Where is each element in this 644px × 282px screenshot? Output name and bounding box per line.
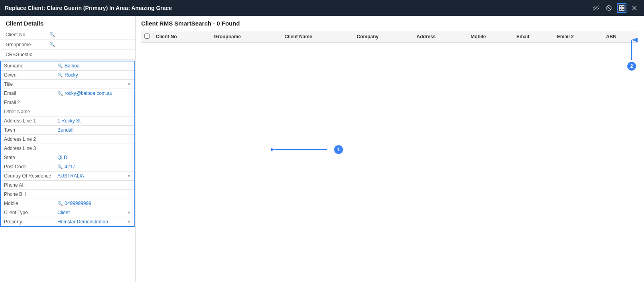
property-label: Property (0, 217, 54, 227)
email2-label: Email 2 (0, 98, 54, 107)
chevron-down-icon[interactable]: ▼ (127, 82, 131, 87)
phone-ah-label: Phone AH (0, 181, 54, 190)
phone-bh-row: Phone BH (0, 190, 135, 199)
search-icon: 🔍 (57, 73, 63, 78)
phone-ah-row: Phone AH (0, 181, 135, 190)
given-label: Given (0, 71, 54, 80)
mobile-row: Mobile 🔍 0499999999 (0, 199, 135, 208)
town-row: Town Bundall (0, 126, 135, 135)
post-code-value[interactable]: 4217 (65, 164, 75, 170)
client-no-label: Client No (0, 30, 44, 40)
groupname-row: Groupname 🔍 (0, 40, 135, 50)
country-label: Country Of Residence (0, 172, 54, 181)
chevron-down-icon[interactable]: ▼ (127, 174, 131, 178)
address-line1-row: Address Line 1 1 Rocky St (0, 116, 135, 126)
left-arrow-svg (271, 144, 331, 156)
surname-value[interactable]: Balboa (65, 63, 79, 69)
address-line1-value[interactable]: 1 Rocky St (57, 118, 81, 124)
phone-bh-label: Phone BH (0, 190, 54, 199)
title-row: Title ▼ (0, 80, 135, 89)
header-email: Email (513, 31, 554, 43)
header-groupname: Groupname (211, 31, 282, 43)
email2-row: Email 2 (0, 98, 135, 107)
search-results-title: Client RMS SmartSearch - 0 Found (141, 20, 638, 27)
client-type-value[interactable]: Client (57, 210, 70, 215)
property-row: Property Homstar Demonstration ▼ (0, 217, 135, 227)
email-value[interactable]: rocky@balboa.com.au (65, 91, 112, 96)
annotation-badge-2: 2 (627, 62, 636, 71)
crs-guest-id-row: CRSGuestId (0, 50, 135, 60)
search-icon: 🔍 (49, 32, 55, 37)
email-label: Email (0, 89, 54, 98)
address-line2-row: Address Line 2 (0, 135, 135, 144)
main-area: Client Details Client No 🔍 Groupname 🔍 C… (0, 16, 644, 282)
search-icon: 🔍 (57, 91, 63, 96)
property-value[interactable]: Homstar Demonstration (57, 219, 108, 225)
header-mobile: Mobile (467, 31, 513, 43)
header-company: Company (354, 31, 414, 43)
mobile-label: Mobile (0, 199, 54, 208)
header-address: Address (414, 31, 468, 43)
arrow-annotation-2: 2 (626, 38, 638, 71)
svg-rect-3 (619, 8, 621, 10)
other-name-label: Other Name (0, 107, 54, 116)
annotation-badge-1: 1 (334, 145, 343, 154)
arrow-annotation-1: 1 (271, 144, 331, 156)
address-line1-label: Address Line 1 (0, 116, 54, 126)
title-bar-icons (591, 3, 639, 13)
search-icon: 🔍 (57, 63, 63, 69)
state-label: State (0, 153, 54, 162)
title-label: Title (0, 80, 54, 89)
client-type-label: Client Type (0, 208, 54, 217)
header-abn: ABN (603, 31, 638, 43)
results-table: Client No Groupname Client Name Company … (141, 31, 638, 43)
window-title: Replace Client: Claire Guerin (Primary) … (5, 5, 172, 11)
crs-guest-id-label: CRSGuestId (0, 50, 44, 60)
top-rows-table: Client No 🔍 Groupname 🔍 CRSGuestId (0, 30, 135, 60)
groupname-label: Groupname (0, 40, 44, 50)
post-code-label: Post Code (0, 162, 54, 172)
chevron-down-icon[interactable]: ▼ (127, 219, 131, 224)
surname-row: Surname 🔍 Balboa (0, 61, 135, 71)
address-line3-row: Address Line 3 (0, 144, 135, 153)
town-label: Town (0, 126, 54, 135)
search-icon: 🔍 (49, 42, 55, 47)
client-details-title: Client Details (0, 20, 135, 30)
select-all-checkbox[interactable] (144, 34, 150, 39)
search-icon: 🔍 (57, 201, 63, 206)
svg-rect-4 (622, 8, 624, 10)
form-table: Surname 🔍 Balboa Given 🔍 Rocky (0, 61, 135, 227)
grid-icon[interactable] (617, 3, 626, 13)
header-client-no: Client No (153, 31, 211, 43)
svg-rect-1 (619, 6, 621, 8)
no-icon[interactable] (604, 3, 614, 13)
state-row: State QLD (0, 153, 135, 162)
header-checkbox (141, 31, 153, 43)
post-code-row: Post Code 🔍 4217 (0, 162, 135, 172)
state-value[interactable]: QLD (57, 155, 67, 160)
email-row: Email 🔍 rocky@balboa.com.au (0, 89, 135, 98)
given-value[interactable]: Rocky (65, 72, 78, 78)
mobile-value[interactable]: 0499999999 (65, 201, 91, 206)
client-no-row: Client No 🔍 (0, 30, 135, 40)
client-type-row: Client Type Client ▼ (0, 208, 135, 217)
other-name-row: Other Name (0, 107, 135, 116)
given-row: Given 🔍 Rocky (0, 71, 135, 80)
close-icon[interactable] (630, 3, 639, 13)
link-icon[interactable] (591, 3, 601, 13)
header-email2: Email 2 (554, 31, 603, 43)
results-header-row: Client No Groupname Client Name Company … (141, 31, 638, 43)
title-bar: Replace Client: Claire Guerin (Primary) … (0, 0, 644, 16)
country-value[interactable]: AUSTRALIA (57, 173, 84, 179)
left-panel: Client Details Client No 🔍 Groupname 🔍 C… (0, 16, 136, 282)
surname-label: Surname (0, 61, 54, 71)
town-value[interactable]: Bundall (57, 127, 73, 133)
search-icon: 🔍 (57, 164, 63, 170)
country-row: Country Of Residence AUSTRALIA ▼ (0, 172, 135, 181)
svg-rect-2 (622, 6, 624, 8)
address-line3-label: Address Line 3 (0, 144, 54, 153)
header-client-name: Client Name (281, 31, 353, 43)
address-line2-label: Address Line 2 (0, 135, 54, 144)
right-panel: Client RMS SmartSearch - 0 Found Client … (136, 16, 644, 282)
chevron-down-icon[interactable]: ▼ (127, 210, 131, 215)
